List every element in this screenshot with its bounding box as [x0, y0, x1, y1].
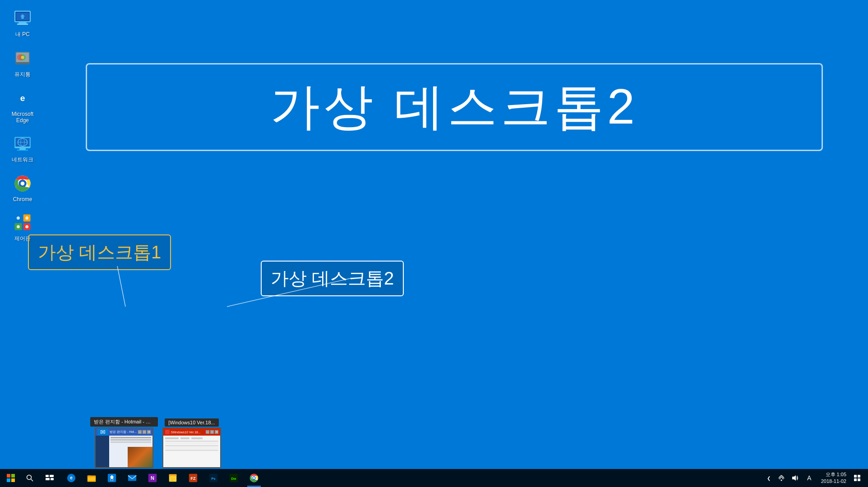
- svg-point-10: [21, 56, 24, 59]
- thumbnail-hotmail[interactable]: 받은 편지함 - Hotmail - 메일 ✉ 받은 편지함 - Hot... …: [90, 417, 158, 468]
- win10-titlebar: [Windows10 Ver.18... ─ □ ✕: [163, 428, 220, 436]
- task-view-button[interactable]: [40, 469, 60, 487]
- taskbar-right: ❮ A: [764, 469, 866, 487]
- win10-window-controls: ─ □ ✕: [206, 430, 218, 434]
- taskbar-apps: e: [61, 469, 264, 487]
- svg-rect-73: [854, 475, 857, 478]
- hotmail-list: [109, 436, 152, 445]
- desktop-icon-edge[interactable]: e Microsoft Edge: [5, 85, 41, 126]
- mail-line-1: [111, 437, 151, 438]
- notification-center-button[interactable]: [852, 469, 863, 487]
- taskbar-photoshop[interactable]: Ps: [203, 469, 223, 487]
- svg-rect-35: [11, 474, 15, 478]
- svg-point-71: [780, 480, 782, 481]
- hotmail-window-controls: ─ □ ✕: [138, 430, 151, 434]
- taskbar-mail[interactable]: [122, 469, 142, 487]
- svg-text:Dw: Dw: [231, 477, 236, 481]
- win10-close-btn[interactable]: ✕: [215, 430, 218, 434]
- my-pc-icon: [12, 7, 33, 29]
- win10-content: [163, 436, 220, 467]
- edge-label: Microsoft Edge: [7, 111, 38, 124]
- chrome-icon: [12, 173, 33, 194]
- taskbar-chrome[interactable]: [244, 469, 264, 487]
- svg-rect-14: [19, 148, 26, 150]
- taskbar-edge[interactable]: e: [61, 469, 81, 487]
- svg-text:e: e: [70, 475, 73, 480]
- desktop-icon-my-pc[interactable]: 내 PC: [5, 5, 41, 41]
- taskbar-filezilla[interactable]: FZ: [183, 469, 203, 487]
- svg-rect-41: [50, 475, 54, 477]
- svg-rect-54: [128, 475, 136, 481]
- svg-point-38: [27, 475, 32, 480]
- win10-app-icon: [165, 430, 170, 434]
- svg-text:FZ: FZ: [190, 476, 196, 481]
- win10-line-5: [165, 450, 218, 451]
- clock-display[interactable]: 오후 1:05 2018-11-02: [817, 471, 850, 485]
- language-label: A: [807, 474, 811, 482]
- virtual-desktop-1-label: 가상 데스크톱1: [28, 234, 171, 270]
- fusion-label: 퓨지통: [14, 71, 31, 78]
- hotmail-content: [96, 436, 152, 467]
- svg-point-31: [25, 225, 28, 228]
- hotmail-title-text: 받은 편지함 - Hot...: [110, 430, 137, 434]
- svg-point-30: [17, 225, 20, 228]
- vd2-text: 가상 데스크톱2: [271, 268, 394, 288]
- hotmail-main: [109, 436, 152, 467]
- minimize-btn[interactable]: ─: [138, 430, 142, 434]
- start-button[interactable]: [2, 469, 20, 487]
- svg-line-39: [31, 479, 33, 482]
- win10-line-4: [165, 447, 218, 449]
- desktop-icon-fusion[interactable]: 퓨지통: [5, 45, 41, 81]
- desktop-icons-column: 내 PC 퓨지통 e Microsoft Edge: [5, 5, 41, 245]
- svg-rect-75: [854, 478, 857, 481]
- maximize-btn[interactable]: □: [143, 430, 146, 434]
- svg-rect-34: [7, 474, 10, 478]
- input-language-indicator[interactable]: A: [803, 469, 816, 487]
- current-date: 2018-11-02: [821, 478, 846, 485]
- taskbar-onenote[interactable]: N: [143, 469, 162, 487]
- win10-window[interactable]: [Windows10 Ver.18... ─ □ ✕: [162, 427, 221, 468]
- current-time: 오후 1:05: [821, 471, 846, 478]
- svg-text:N: N: [151, 475, 154, 481]
- network-tray-icon[interactable]: [776, 469, 787, 487]
- tray-overflow-button[interactable]: ❮: [764, 469, 773, 487]
- svg-rect-2: [17, 23, 28, 25]
- svg-rect-37: [11, 478, 15, 482]
- svg-point-28: [17, 216, 20, 220]
- win10-minimize-btn[interactable]: ─: [206, 430, 209, 434]
- control-panel-icon: [12, 211, 33, 233]
- hotmail-window[interactable]: ✉ 받은 편지함 - Hot... ─ □ ✕: [95, 427, 153, 468]
- hotmail-thumbnail-title: 받은 편지함 - Hotmail - 메일: [90, 417, 158, 427]
- taskbar-left: [2, 469, 60, 487]
- network-label: 네트워크: [12, 156, 33, 164]
- svg-rect-7: [15, 62, 30, 64]
- svg-point-29: [25, 216, 28, 220]
- search-button[interactable]: [21, 469, 39, 487]
- svg-point-23: [21, 182, 25, 186]
- win10-maximize-btn[interactable]: □: [210, 430, 214, 434]
- svg-text:e: e: [20, 93, 25, 103]
- svg-rect-47: [88, 477, 96, 482]
- win10-toolbar: [165, 437, 218, 439]
- hotmail-image: [128, 447, 152, 467]
- desktop-icon-network[interactable]: 네트워크: [5, 130, 41, 166]
- taskbar-explorer[interactable]: [82, 469, 102, 487]
- vd1-text: 가상 데스크톱1: [38, 242, 161, 262]
- svg-rect-50: [88, 478, 96, 479]
- mail-line-3: [111, 441, 151, 443]
- close-btn[interactable]: ✕: [147, 430, 151, 434]
- svg-rect-51: [88, 480, 96, 480]
- thumbnail-area: 받은 편지함 - Hotmail - 메일 ✉ 받은 편지함 - Hot... …: [90, 417, 221, 468]
- svg-rect-76: [858, 478, 860, 481]
- win10-title-text: [Windows10 Ver.18...: [171, 431, 204, 434]
- system-tray: ❮ A: [764, 469, 816, 487]
- svg-rect-58: [169, 474, 177, 477]
- taskbar-sticky[interactable]: [163, 469, 183, 487]
- thumbnail-win10[interactable]: [Windows10 Ver.18... [Windows10 Ver.18..…: [162, 418, 221, 468]
- taskbar-dreamweaver[interactable]: Dw: [224, 469, 244, 487]
- taskbar-store[interactable]: [102, 469, 122, 487]
- desktop2-banner-text: 가상 데스크톱2: [270, 74, 638, 141]
- svg-rect-1: [18, 22, 27, 24]
- volume-tray-icon[interactable]: [790, 469, 800, 487]
- desktop-icon-chrome[interactable]: Chrome: [5, 170, 41, 205]
